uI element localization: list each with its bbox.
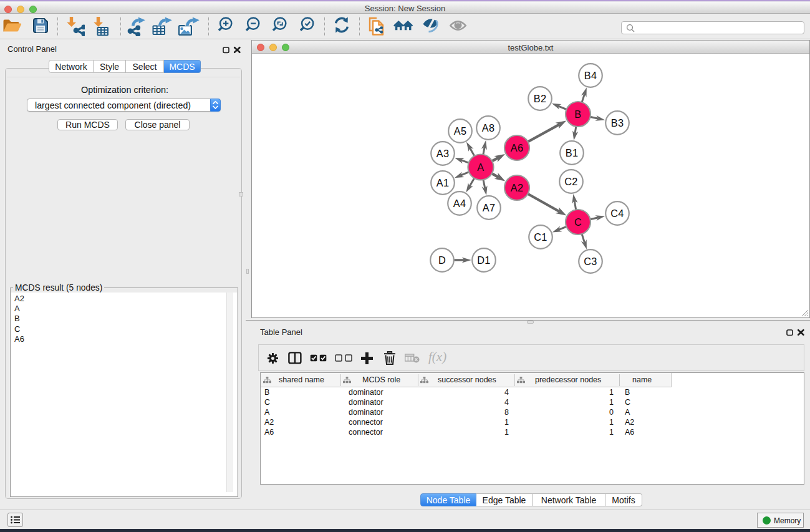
svg-text:A8: A8 (482, 122, 495, 133)
svg-text:B1: B1 (566, 147, 579, 158)
svg-text:C1: C1 (534, 231, 547, 243)
svg-text:D: D (438, 254, 446, 266)
svg-text:B4: B4 (584, 70, 597, 81)
svg-text:C4: C4 (610, 208, 624, 219)
svg-text:C3: C3 (584, 256, 597, 267)
svg-text:D1: D1 (477, 254, 491, 266)
svg-text:C: C (574, 216, 582, 228)
svg-text:A2: A2 (511, 182, 524, 193)
svg-text:A4: A4 (453, 198, 466, 209)
svg-text:A1: A1 (436, 177, 450, 188)
svg-text:B: B (574, 109, 581, 120)
svg-text:A: A (477, 162, 484, 173)
svg-text:A3: A3 (436, 148, 450, 159)
svg-text:A7: A7 (483, 202, 496, 213)
svg-text:B2: B2 (534, 93, 547, 104)
svg-text:B3: B3 (611, 117, 624, 128)
svg-text:C2: C2 (564, 176, 578, 187)
svg-text:A5: A5 (454, 125, 467, 137)
svg-text:A6: A6 (511, 142, 524, 153)
